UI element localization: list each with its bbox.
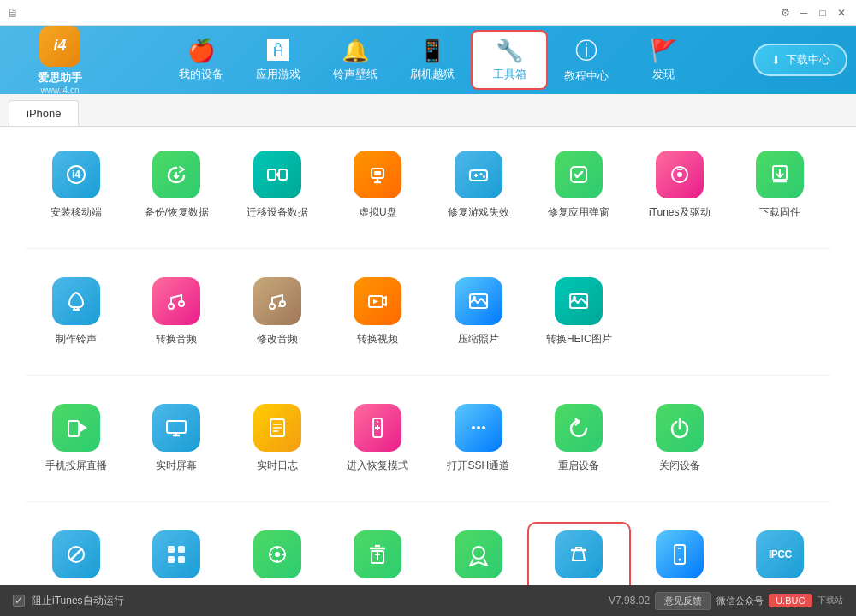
tool-item-update-ipcc[interactable]: IPCC更新IPCC文件 (730, 524, 831, 585)
tool-item-clean-junk[interactable]: 清理设备垃圾 (529, 524, 630, 585)
tool-icon-backup-restore (152, 151, 200, 198)
tool-label-shutdown-device: 关闭设备 (659, 459, 700, 473)
tool-label-itunes-driver: iTunes及驱动 (649, 205, 710, 220)
itunes-label: 阻止iTunes自动运行 (32, 594, 124, 608)
tool-icon-compress-photo (455, 277, 502, 325)
row-divider-0 (26, 248, 830, 249)
tool-icon-itunes-driver (656, 151, 704, 198)
tool-icon-block-update (52, 530, 100, 578)
tool-item-open-ssh[interactable]: 打开SSH通道 (428, 397, 529, 480)
tool-item-organize-desktop[interactable]: 整理设备桌面 (127, 524, 228, 585)
tool-item-convert-heic[interactable]: 转换HEIC图片 (529, 270, 630, 353)
tool-label-compress-photo: 压缩照片 (458, 332, 499, 346)
nav-label-ringtones: 铃声壁纸 (333, 67, 377, 82)
nav-icon-jailbreak: 📱 (419, 38, 446, 64)
tool-item-block-update[interactable]: 屏蔽iOS更新 (26, 524, 127, 585)
settings-icon[interactable]: ⚙ (777, 5, 793, 21)
tool-label-make-ringtone: 制作铃声 (56, 332, 97, 346)
row-divider-2 (26, 501, 830, 502)
tool-item-virtual-udisk[interactable]: 虚拟U盘 (328, 144, 429, 227)
tools-grid: i4安装移动端备份/恢复数据迁移设备数据虚拟U盘修复游戏失效修复应用弹窗iTun… (26, 144, 830, 585)
tool-item-realtime-log[interactable]: 实时日志 (227, 397, 328, 480)
brand-sub: 下载站 (817, 595, 843, 607)
tool-item-remove-icon[interactable]: 删除顽固图标 (328, 524, 429, 585)
download-icon: ⬇ (771, 54, 781, 67)
tool-item-convert-video[interactable]: 转换视频 (328, 270, 429, 353)
feedback-button[interactable]: 意见反馈 (655, 592, 711, 610)
tool-icon-update-ipcc: IPCC (756, 530, 804, 578)
tool-icon-remove-icon (354, 530, 401, 578)
nav-item-my-device[interactable]: 🍎 我的设备 (163, 30, 240, 90)
tool-item-device-switch[interactable]: 设备功能开关 (227, 524, 328, 585)
nav-item-jailbreak[interactable]: 📱 刷机越狱 (394, 30, 471, 90)
svg-point-25 (169, 304, 174, 309)
tool-label-fix-apps: 修复应用弹窗 (548, 205, 609, 220)
tool-label-convert-audio: 转换音频 (156, 332, 197, 346)
minimize-button[interactable]: ─ (796, 5, 811, 21)
tool-item-backup-restore[interactable]: 备份/恢复数据 (127, 144, 228, 227)
header: i4 爱思助手 www.i4.cn 🍎 我的设备🅰 应用游戏🔔 铃声壁纸📱 刷机… (0, 26, 856, 94)
maximize-button[interactable]: □ (815, 5, 830, 21)
itunes-checkbox[interactable]: ✓ (13, 595, 25, 607)
tool-label-edit-audio: 修改音频 (257, 332, 298, 346)
tool-item-fix-games[interactable]: 修复游戏失效 (428, 144, 529, 227)
svg-text:i4: i4 (72, 169, 80, 181)
download-center-button[interactable]: ⬇ 下载中心 (753, 44, 847, 76)
tool-empty-1-7 (730, 270, 831, 353)
svg-rect-58 (178, 556, 185, 563)
statusbar-left: ✓ 阻止iTunes自动运行 (13, 594, 124, 608)
nav-item-toolbox[interactable]: 🔧 工具箱 (471, 30, 548, 90)
tool-label-convert-heic: 转换HEIC图片 (546, 332, 612, 346)
titlebar: 🖥 ⚙ ─ □ ✕ (0, 0, 856, 26)
tool-label-restart-device: 重启设备 (558, 459, 599, 473)
tool-item-restart-device[interactable]: 重启设备 (529, 397, 630, 480)
tool-icon-open-ssh (455, 404, 502, 452)
tool-icon-edit-audio (253, 277, 301, 325)
tool-item-fix-apps[interactable]: 修复应用弹窗 (529, 144, 630, 227)
tabbar: iPhone (0, 94, 856, 127)
tool-item-shutdown-device[interactable]: 关闭设备 (629, 397, 730, 480)
tool-item-migrate-data[interactable]: 迁移设备数据 (227, 144, 328, 227)
tool-item-dl-firmware[interactable]: 下载固件 (730, 144, 831, 227)
tool-label-recovery-mode: 进入恢复模式 (347, 459, 408, 473)
svg-rect-36 (68, 421, 79, 436)
nav-item-tutorial[interactable]: ⓘ 教程中心 (548, 30, 625, 90)
statusbar: ✓ 阻止iTunes自动运行 V7.98.02 意见反馈 微信公众号 U.BUG… (0, 585, 856, 616)
svg-point-27 (270, 304, 275, 309)
tool-item-install-app[interactable]: i4安装移动端 (26, 144, 127, 227)
tool-icon-realtime-screen (152, 404, 200, 452)
tool-item-recovery-mode[interactable]: 进入恢复模式 (328, 397, 429, 480)
svg-rect-4 (279, 169, 287, 180)
tool-icon-shutdown-device (656, 404, 704, 452)
close-button[interactable]: ✕ (834, 5, 849, 21)
svg-rect-9 (374, 171, 381, 175)
tool-icon-deactivate (656, 530, 704, 578)
tool-item-convert-audio[interactable]: 转换音频 (127, 270, 228, 353)
nav-item-discover[interactable]: 🚩 发现 (625, 30, 702, 90)
tool-item-screen-cast[interactable]: 手机投屏直播 (26, 397, 127, 480)
statusbar-right: V7.98.02 意见反馈 微信公众号 U.BUG 下载站 (609, 592, 843, 610)
tool-item-wipe-data[interactable]: 抹除所有数据 (428, 524, 529, 585)
tool-item-deactivate[interactable]: 反激活设备 (629, 524, 730, 585)
tool-item-make-ringtone[interactable]: 制作铃声 (26, 270, 127, 353)
nav-item-app-games[interactable]: 🅰 应用游戏 (240, 30, 317, 90)
tool-empty-1-6 (629, 270, 730, 353)
tool-label-virtual-udisk: 虚拟U盘 (359, 205, 397, 220)
tool-item-realtime-screen[interactable]: 实时屏幕 (127, 397, 228, 480)
nav-icon-toolbox: 🔧 (496, 38, 523, 64)
tool-icon-device-switch (253, 530, 301, 578)
tool-item-compress-photo[interactable]: 压缩照片 (428, 270, 529, 353)
svg-point-14 (483, 175, 485, 178)
tool-icon-clean-junk (555, 530, 603, 578)
svg-rect-10 (470, 170, 487, 181)
nav-item-ringtones[interactable]: 🔔 铃声壁纸 (317, 30, 394, 90)
tool-item-edit-audio[interactable]: 修改音频 (227, 270, 328, 353)
tool-icon-convert-heic (555, 277, 603, 325)
nav-icon-app-games: 🅰 (267, 38, 289, 64)
tool-icon-recovery-mode (354, 404, 401, 452)
row-divider-1 (26, 375, 830, 376)
tool-item-itunes-driver[interactable]: iTunes及驱动 (629, 144, 730, 227)
svg-point-17 (677, 172, 682, 177)
nav-label-tutorial: 教程中心 (564, 68, 609, 84)
iphone-tab[interactable]: iPhone (9, 100, 79, 126)
